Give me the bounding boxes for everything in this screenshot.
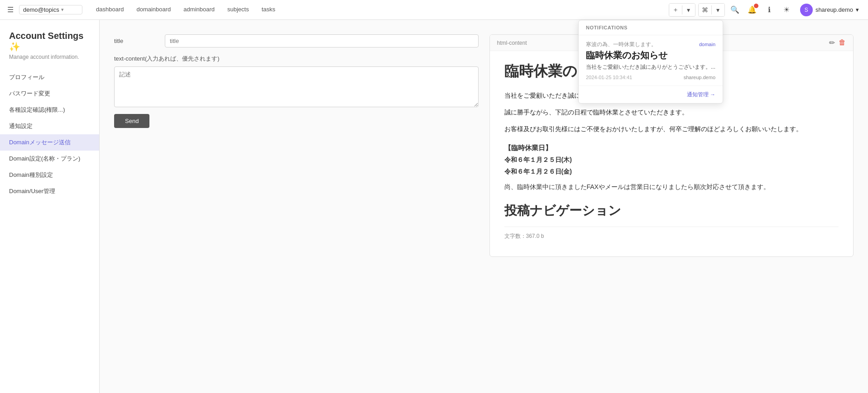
theme-toggle-button[interactable]: ☀ [779, 3, 794, 17]
topnav-links: dashboard domainboard adminboard subject… [90, 0, 282, 20]
add-button[interactable]: ＋ [669, 4, 682, 16]
notification-badge [754, 4, 758, 8]
notification-header: NOTIFICATIONS [579, 20, 723, 35]
textarea-label: text-content(入力あれば、優先されます) [114, 55, 479, 63]
notification-button[interactable]: 🔔 [745, 3, 759, 17]
title-input[interactable] [165, 34, 479, 47]
avatar-circle: S [800, 4, 813, 16]
notif-body: 当社をご愛顧いただき誠にありがとうございます。... [586, 63, 715, 71]
notif-timestamp: 2024-01-25 10:34:41 [586, 75, 632, 80]
notif-sender: shareup.demo [684, 75, 715, 80]
avatar-caret-icon: ▾ [856, 6, 859, 13]
sidebar-title: Account Settings ✨ [0, 31, 99, 54]
notif-title: 臨時休業のお知らせ [586, 49, 715, 62]
search-button[interactable]: 🔍 [728, 3, 742, 17]
workspace-label: demo@topics [23, 6, 59, 13]
notif-subtitle: 寒波の為、一時休業します。 [586, 41, 657, 48]
delete-icon[interactable]: 🗑 [839, 38, 846, 47]
content-nav-title: 投稿ナビゲーション [504, 202, 839, 219]
sidebar-item-domain-type[interactable]: Domain種別設定 [0, 167, 99, 183]
workspace-selector[interactable]: demo@topics ▾ [19, 5, 82, 14]
edit-icon[interactable]: ✏ [829, 38, 835, 47]
shortcut-caret-button[interactable]: ▾ [712, 4, 724, 16]
content-date-2: 令和６年１月２６日(金) [504, 168, 839, 176]
nav-adminboard[interactable]: adminboard [177, 0, 221, 20]
sidebar-item-password[interactable]: パスワード変更 [0, 85, 99, 102]
content-footer: 文字数：367.0 b [504, 227, 839, 246]
nav-subjects[interactable]: subjects [221, 0, 255, 20]
main-content: title text-content(入力あれば、優先されます) Send ht… [100, 20, 868, 393]
content-para-3: お客様及びお取引先様にはご不便をおかけいたしますが、何卒ご理解のほどよろしくお願… [504, 123, 839, 135]
notif-item-top: 寒波の為、一時休業します。 domain [586, 41, 715, 48]
add-caret-button[interactable]: ▾ [682, 4, 695, 16]
sidebar-item-domain-user[interactable]: Domain/User管理 [0, 183, 99, 199]
content-panel-label: html-content [497, 40, 527, 46]
info-button[interactable]: ℹ [762, 3, 777, 17]
nav-dashboard[interactable]: dashboard [90, 0, 130, 20]
notif-footer: 2024-01-25 10:34:41 shareup.demo [586, 75, 715, 80]
form-row-title: title [114, 34, 479, 47]
sidebar-item-domain-message[interactable]: Domainメッセージ送信 [0, 134, 99, 151]
topnav-right: ＋ ▾ ⌘ ▾ 🔍 🔔 ℹ ☀ S shareup.demo ▾ [669, 3, 863, 17]
notification-dropdown: NOTIFICATIONS 寒波の為、一時休業します。 domain 臨時休業の… [578, 20, 723, 104]
notification-item[interactable]: 寒波の為、一時休業します。 domain 臨時休業のお知らせ 当社をご愛顧いただ… [579, 35, 723, 86]
avatar-initials: S [805, 7, 808, 13]
nav-domainboard[interactable]: domainboard [130, 0, 177, 20]
shortcut-controls[interactable]: ⌘ ▾ [698, 3, 725, 17]
add-controls[interactable]: ＋ ▾ [669, 3, 695, 17]
sidebar-item-profile[interactable]: プロフィール [0, 69, 99, 85]
title-label: title [114, 38, 159, 44]
user-avatar[interactable]: S shareup.demo ▾ [796, 3, 863, 17]
content-date-1: 令和６年１月２５日(木) [504, 156, 839, 164]
drag-handle-icon[interactable]: ⠿ [507, 71, 512, 79]
notif-manage-link[interactable]: 通知管理 → [687, 91, 715, 98]
sidebar: Account Settings ✨ Manage account inform… [0, 20, 100, 393]
notif-manage: 通知管理 → [579, 86, 723, 103]
avatar-label: shareup.demo [815, 6, 853, 13]
content-section-title: 【臨時休業日】 [504, 144, 839, 152]
shortcut-button[interactable]: ⌘ [699, 4, 711, 16]
main-grid: title text-content(入力あれば、優先されます) Send ht… [114, 34, 854, 257]
textarea-section: text-content(入力あれば、優先されます) [114, 55, 479, 109]
app-body: Account Settings ✨ Manage account inform… [0, 20, 868, 393]
form-column: title text-content(入力あれば、優先されます) Send [114, 34, 479, 257]
sidebar-item-domain-settings[interactable]: Domain設定(名称・プラン) [0, 151, 99, 167]
text-content-input[interactable] [114, 66, 479, 107]
sidebar-subtitle: Manage account information. [0, 54, 99, 69]
content-note: 尚、臨時休業中に頂きましたFAXやメールは営業日になりましたら順次対応させて頂き… [504, 183, 839, 191]
send-button[interactable]: Send [114, 114, 149, 128]
sidebar-item-settings-check[interactable]: 各種設定確認(権限...) [0, 102, 99, 118]
sidebar-item-notification-settings[interactable]: 通知設定 [0, 118, 99, 134]
nav-tasks[interactable]: tasks [255, 0, 282, 20]
topnav: ☰ demo@topics ▾ dashboard domainboard ad… [0, 0, 868, 20]
content-panel-icons: ✏ 🗑 [829, 38, 846, 47]
content-para-2: 誠に勝手ながら、下記の日程で臨時休業とさせていただきます。 [504, 107, 839, 118]
notif-tag: domain [699, 42, 715, 47]
menu-icon[interactable]: ☰ [5, 4, 15, 16]
workspace-caret-icon: ▾ [61, 7, 64, 13]
